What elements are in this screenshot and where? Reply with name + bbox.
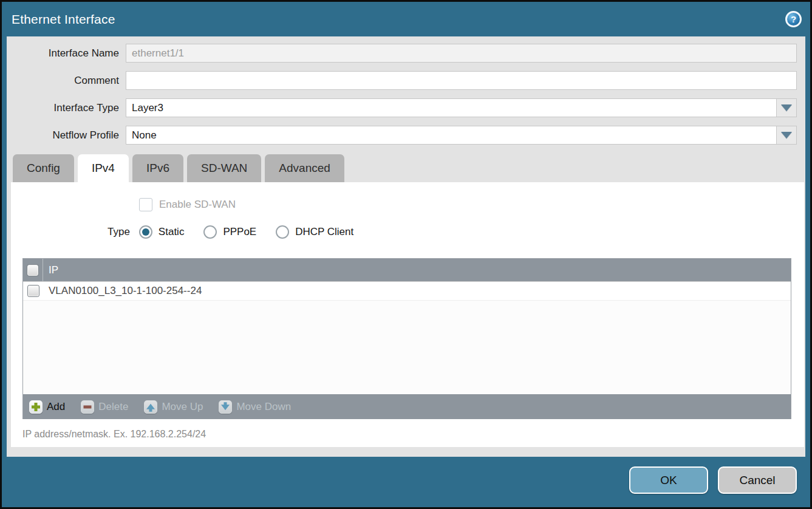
tab-ipv6[interactable]: IPv6 bbox=[132, 154, 183, 182]
interface-name-label: Interface Name bbox=[7, 47, 126, 60]
ethernet-interface-dialog: Ethernet Interface ? Interface Name Comm… bbox=[0, 0, 812, 509]
tab-sdwan[interactable]: SD-WAN bbox=[187, 154, 261, 182]
ipv4-tab-panel: Enable SD-WAN Type Static PPPoE DHCP Cli… bbox=[11, 182, 804, 447]
interface-name-field bbox=[126, 44, 796, 62]
interface-type-row: Interface Type Layer3 bbox=[7, 98, 797, 117]
move-up-button[interactable]: Move Up bbox=[144, 400, 203, 414]
move-down-button[interactable]: Move Down bbox=[219, 400, 291, 414]
comment-label: Comment bbox=[7, 75, 126, 87]
type-radio-group: Type Static PPPoE DHCP Client bbox=[11, 211, 804, 239]
table-row[interactable]: VLAN0100_L3_10-1-100-254--24 bbox=[23, 282, 791, 301]
type-label: Type bbox=[107, 226, 130, 238]
tab-config[interactable]: Config bbox=[13, 154, 74, 182]
move-down-button-label: Move Down bbox=[236, 401, 291, 413]
dialog-body: Interface Name Comment Interface Type La… bbox=[7, 36, 805, 457]
help-icon[interactable]: ? bbox=[785, 11, 802, 27]
radio-button-icon[interactable] bbox=[203, 225, 217, 239]
radio-pppoe-label: PPPoE bbox=[223, 226, 256, 238]
plus-icon bbox=[29, 400, 43, 414]
minus-icon bbox=[81, 400, 94, 414]
interface-type-dropdown-button[interactable] bbox=[776, 99, 796, 117]
comment-field[interactable] bbox=[126, 72, 796, 89]
comment-row: Comment bbox=[7, 71, 797, 90]
interface-name-row: Interface Name bbox=[7, 44, 797, 63]
chevron-down-icon bbox=[781, 132, 792, 138]
tab-strip: Config IPv4 IPv6 SD-WAN Advanced bbox=[13, 154, 805, 182]
add-button[interactable]: Add bbox=[29, 400, 65, 414]
ip-column-header: IP bbox=[43, 264, 58, 276]
tab-advanced[interactable]: Advanced bbox=[265, 154, 344, 182]
cancel-button[interactable]: Cancel bbox=[718, 466, 797, 494]
radio-static-label: Static bbox=[159, 226, 185, 238]
interface-type-label: Interface Type bbox=[7, 102, 126, 114]
ip-table-toolbar: Add Delete Move Up Move Down bbox=[23, 394, 791, 419]
ip-table-header: IP bbox=[23, 259, 791, 281]
radio-button-icon[interactable] bbox=[139, 225, 152, 239]
enable-sdwan-row: Enable SD-WAN bbox=[11, 183, 804, 211]
netflow-profile-label: Netflow Profile bbox=[7, 129, 126, 142]
chevron-down-icon bbox=[781, 104, 792, 111]
select-all-checkbox[interactable] bbox=[27, 265, 38, 276]
tab-ipv4[interactable]: IPv4 bbox=[78, 154, 129, 183]
netflow-profile-select[interactable]: None bbox=[126, 126, 776, 144]
enable-sdwan-label: Enable SD-WAN bbox=[159, 199, 236, 211]
radio-static[interactable]: Static bbox=[139, 225, 185, 239]
ip-netmask-hint: IP address/netmask. Ex. 192.168.2.254/24 bbox=[22, 429, 804, 440]
netflow-profile-row: Netflow Profile None bbox=[7, 126, 797, 145]
move-up-button-label: Move Up bbox=[162, 401, 203, 413]
arrow-down-icon bbox=[219, 400, 232, 414]
dialog-title: Ethernet Interface bbox=[12, 12, 115, 27]
dialog-footer: OK Cancel bbox=[2, 457, 810, 507]
delete-button-label: Delete bbox=[98, 401, 128, 413]
ip-table-body: VLAN0100_L3_10-1-100-254--24 bbox=[23, 281, 791, 394]
netflow-profile-dropdown-button[interactable] bbox=[776, 126, 796, 144]
add-button-label: Add bbox=[47, 401, 65, 413]
radio-button-icon[interactable] bbox=[276, 225, 289, 239]
radio-dhcp-client-label: DHCP Client bbox=[295, 226, 353, 238]
ok-button[interactable]: OK bbox=[629, 466, 708, 494]
ip-table: IP VLAN0100_L3_10-1-100-254--24 Add bbox=[22, 258, 791, 419]
enable-sdwan-checkbox[interactable] bbox=[139, 198, 152, 211]
titlebar: Ethernet Interface ? bbox=[2, 2, 810, 36]
radio-pppoe[interactable]: PPPoE bbox=[203, 225, 256, 239]
row-checkbox[interactable] bbox=[28, 285, 39, 296]
radio-dhcp-client[interactable]: DHCP Client bbox=[276, 225, 353, 239]
arrow-up-icon bbox=[144, 400, 157, 414]
ip-row-value[interactable]: VLAN0100_L3_10-1-100-254--24 bbox=[43, 285, 202, 297]
interface-type-select[interactable]: Layer3 bbox=[126, 99, 776, 117]
delete-button[interactable]: Delete bbox=[81, 400, 128, 414]
